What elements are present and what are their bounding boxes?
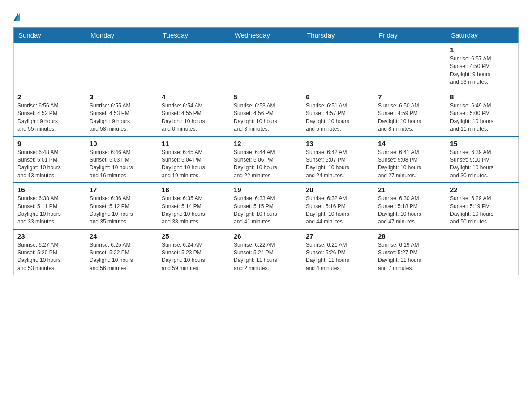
day-info: Sunrise: 6:30 AM Sunset: 5:18 PM Dayligh… <box>378 195 442 226</box>
calendar-cell: 16Sunrise: 6:38 AM Sunset: 5:11 PM Dayli… <box>14 183 86 229</box>
calendar-cell <box>86 43 158 90</box>
calendar-week-3: 9Sunrise: 6:48 AM Sunset: 5:01 PM Daylig… <box>14 137 519 183</box>
calendar-cell: 9Sunrise: 6:48 AM Sunset: 5:01 PM Daylig… <box>14 137 86 183</box>
day-info: Sunrise: 6:51 AM Sunset: 4:57 PM Dayligh… <box>306 102 370 133</box>
weekday-header-thursday: Thursday <box>302 28 374 43</box>
calendar-cell <box>158 43 230 90</box>
day-number: 6 <box>306 93 370 101</box>
weekday-header-wednesday: Wednesday <box>230 28 302 43</box>
calendar-cell: 19Sunrise: 6:33 AM Sunset: 5:15 PM Dayli… <box>230 183 302 229</box>
day-number: 25 <box>162 232 226 240</box>
weekday-header-sunday: Sunday <box>14 28 86 43</box>
day-info: Sunrise: 6:57 AM Sunset: 4:50 PM Dayligh… <box>450 55 515 86</box>
day-info: Sunrise: 6:54 AM Sunset: 4:55 PM Dayligh… <box>162 102 226 133</box>
weekday-header-tuesday: Tuesday <box>158 28 230 43</box>
calendar-cell: 15Sunrise: 6:39 AM Sunset: 5:10 PM Dayli… <box>446 137 519 183</box>
day-info: Sunrise: 6:41 AM Sunset: 5:08 PM Dayligh… <box>378 149 442 180</box>
day-info: Sunrise: 6:50 AM Sunset: 4:59 PM Dayligh… <box>378 102 442 133</box>
day-info: Sunrise: 6:19 AM Sunset: 5:27 PM Dayligh… <box>378 241 442 273</box>
day-number: 18 <box>162 186 226 193</box>
day-info: Sunrise: 6:29 AM Sunset: 5:19 PM Dayligh… <box>450 195 515 226</box>
calendar-cell: 3Sunrise: 6:55 AM Sunset: 4:53 PM Daylig… <box>86 90 158 137</box>
day-number: 14 <box>378 140 442 147</box>
calendar-cell: 21Sunrise: 6:30 AM Sunset: 5:18 PM Dayli… <box>374 183 446 229</box>
day-info: Sunrise: 6:27 AM Sunset: 5:20 PM Dayligh… <box>17 241 82 273</box>
calendar-cell: 10Sunrise: 6:46 AM Sunset: 5:03 PM Dayli… <box>86 137 158 183</box>
day-info: Sunrise: 6:39 AM Sunset: 5:10 PM Dayligh… <box>450 149 515 180</box>
day-number: 5 <box>234 93 298 101</box>
day-number: 13 <box>306 140 370 147</box>
day-number: 27 <box>306 232 370 240</box>
calendar-cell: 2Sunrise: 6:56 AM Sunset: 4:52 PM Daylig… <box>14 90 86 137</box>
calendar-table: SundayMondayTuesdayWednesdayThursdayFrid… <box>13 27 519 275</box>
day-number: 21 <box>378 186 442 193</box>
calendar-cell <box>14 43 86 90</box>
day-info: Sunrise: 6:32 AM Sunset: 5:16 PM Dayligh… <box>306 195 370 226</box>
calendar-cell: 14Sunrise: 6:41 AM Sunset: 5:08 PM Dayli… <box>374 137 446 183</box>
day-info: Sunrise: 6:56 AM Sunset: 4:52 PM Dayligh… <box>17 102 82 133</box>
day-number: 28 <box>378 232 442 240</box>
day-number: 26 <box>234 232 298 240</box>
calendar-cell: 26Sunrise: 6:22 AM Sunset: 5:24 PM Dayli… <box>230 229 302 275</box>
day-number: 7 <box>378 93 442 101</box>
calendar-cell: 1Sunrise: 6:57 AM Sunset: 4:50 PM Daylig… <box>446 43 519 90</box>
page-header <box>13 9 519 20</box>
day-number: 4 <box>162 93 226 101</box>
calendar-cell: 8Sunrise: 6:49 AM Sunset: 5:00 PM Daylig… <box>446 90 519 137</box>
calendar-cell <box>446 229 519 275</box>
day-info: Sunrise: 6:25 AM Sunset: 5:22 PM Dayligh… <box>90 241 154 273</box>
day-info: Sunrise: 6:45 AM Sunset: 5:04 PM Dayligh… <box>162 149 226 180</box>
day-number: 8 <box>450 93 515 101</box>
day-info: Sunrise: 6:42 AM Sunset: 5:07 PM Dayligh… <box>306 149 370 180</box>
calendar-cell: 5Sunrise: 6:53 AM Sunset: 4:56 PM Daylig… <box>230 90 302 137</box>
calendar-week-4: 16Sunrise: 6:38 AM Sunset: 5:11 PM Dayli… <box>14 183 519 229</box>
calendar-cell: 12Sunrise: 6:44 AM Sunset: 5:06 PM Dayli… <box>230 137 302 183</box>
logo-icon <box>13 13 20 21</box>
day-info: Sunrise: 6:49 AM Sunset: 5:00 PM Dayligh… <box>450 102 515 133</box>
calendar-cell: 24Sunrise: 6:25 AM Sunset: 5:22 PM Dayli… <box>86 229 158 275</box>
day-info: Sunrise: 6:53 AM Sunset: 4:56 PM Dayligh… <box>234 102 298 133</box>
day-number: 10 <box>90 140 154 147</box>
calendar-cell: 13Sunrise: 6:42 AM Sunset: 5:07 PM Dayli… <box>302 137 374 183</box>
day-number: 20 <box>306 186 370 193</box>
calendar-cell: 11Sunrise: 6:45 AM Sunset: 5:04 PM Dayli… <box>158 137 230 183</box>
day-info: Sunrise: 6:33 AM Sunset: 5:15 PM Dayligh… <box>234 195 298 226</box>
day-number: 16 <box>17 186 82 193</box>
day-number: 19 <box>234 186 298 193</box>
day-number: 11 <box>162 140 226 147</box>
calendar-cell: 20Sunrise: 6:32 AM Sunset: 5:16 PM Dayli… <box>302 183 374 229</box>
weekday-header-row: SundayMondayTuesdayWednesdayThursdayFrid… <box>14 28 519 43</box>
weekday-header-monday: Monday <box>86 28 158 43</box>
calendar-cell <box>374 43 446 90</box>
day-number: 1 <box>450 46 515 54</box>
day-info: Sunrise: 6:35 AM Sunset: 5:14 PM Dayligh… <box>162 195 226 226</box>
day-number: 2 <box>17 93 82 101</box>
calendar-cell: 23Sunrise: 6:27 AM Sunset: 5:20 PM Dayli… <box>14 229 86 275</box>
day-number: 12 <box>234 140 298 147</box>
day-info: Sunrise: 6:46 AM Sunset: 5:03 PM Dayligh… <box>90 149 154 180</box>
day-info: Sunrise: 6:36 AM Sunset: 5:12 PM Dayligh… <box>90 195 154 226</box>
calendar-cell: 7Sunrise: 6:50 AM Sunset: 4:59 PM Daylig… <box>374 90 446 137</box>
day-info: Sunrise: 6:21 AM Sunset: 5:26 PM Dayligh… <box>306 241 370 273</box>
triangle-blue-icon <box>15 13 20 21</box>
day-info: Sunrise: 6:44 AM Sunset: 5:06 PM Dayligh… <box>234 149 298 180</box>
calendar-week-1: 1Sunrise: 6:57 AM Sunset: 4:50 PM Daylig… <box>14 43 519 90</box>
day-number: 22 <box>450 186 515 193</box>
day-number: 3 <box>90 93 154 101</box>
day-info: Sunrise: 6:55 AM Sunset: 4:53 PM Dayligh… <box>90 102 154 133</box>
calendar-cell: 28Sunrise: 6:19 AM Sunset: 5:27 PM Dayli… <box>374 229 446 275</box>
day-info: Sunrise: 6:48 AM Sunset: 5:01 PM Dayligh… <box>17 149 82 180</box>
weekday-header-saturday: Saturday <box>446 28 519 43</box>
calendar-cell: 18Sunrise: 6:35 AM Sunset: 5:14 PM Dayli… <box>158 183 230 229</box>
day-number: 23 <box>17 232 82 240</box>
calendar-cell: 4Sunrise: 6:54 AM Sunset: 4:55 PM Daylig… <box>158 90 230 137</box>
calendar-cell <box>230 43 302 90</box>
day-number: 9 <box>17 140 82 147</box>
logo <box>13 9 20 20</box>
calendar-week-5: 23Sunrise: 6:27 AM Sunset: 5:20 PM Dayli… <box>14 229 519 275</box>
day-number: 24 <box>90 232 154 240</box>
day-info: Sunrise: 6:24 AM Sunset: 5:23 PM Dayligh… <box>162 241 226 273</box>
calendar-cell: 17Sunrise: 6:36 AM Sunset: 5:12 PM Dayli… <box>86 183 158 229</box>
calendar-cell: 27Sunrise: 6:21 AM Sunset: 5:26 PM Dayli… <box>302 229 374 275</box>
calendar-cell <box>302 43 374 90</box>
